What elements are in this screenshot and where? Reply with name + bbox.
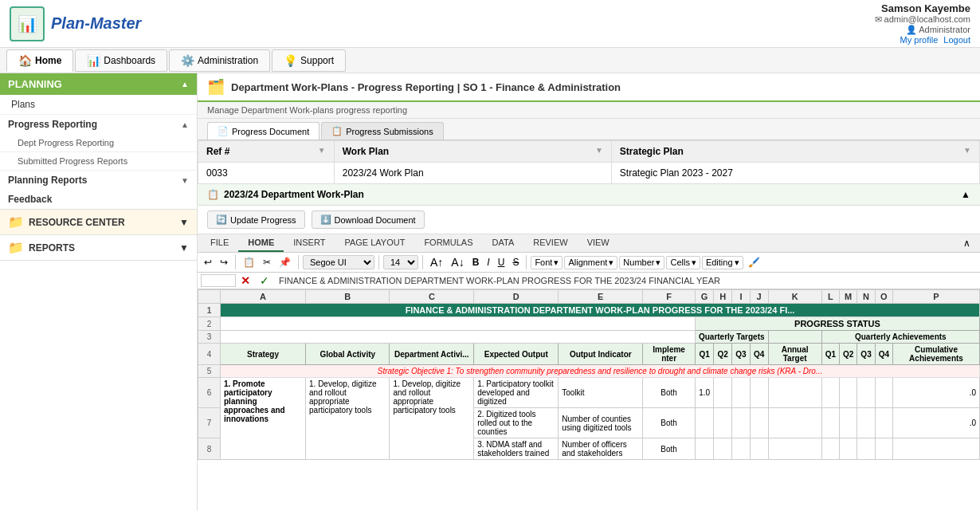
font-selector[interactable]: Segoe UI <box>303 255 374 269</box>
header-global-activity[interactable]: Global Activity <box>306 344 390 365</box>
filter-arrow-ref[interactable]: ▼ <box>318 146 326 155</box>
col-b[interactable]: B <box>306 290 390 304</box>
header-aq1[interactable]: Q1 <box>821 344 839 365</box>
tab-administration[interactable]: ⚙️ Administration <box>169 49 270 72</box>
menu-insert[interactable]: INSERT <box>284 234 335 252</box>
header-cumulative[interactable]: Cumulative Achievements <box>893 344 980 365</box>
shrink-font-button[interactable]: A↓ <box>448 254 467 270</box>
cell-quarterly-targets[interactable]: Quarterly Targets <box>695 331 768 344</box>
cell-6-q1[interactable]: 1.0 <box>695 378 713 408</box>
cell-6-aq3[interactable] <box>857 378 875 408</box>
cell-reference-input[interactable] <box>201 274 236 287</box>
cell-3a[interactable] <box>221 331 696 344</box>
font-size-selector[interactable]: 14 <box>383 255 418 269</box>
sidebar-item-plans[interactable]: Plans <box>0 95 197 115</box>
col-m[interactable]: M <box>840 290 857 304</box>
cell-7-q1[interactable] <box>695 408 713 438</box>
cell-title[interactable]: FINANCE & ADMINISTRATION DEPARTMENT WORK… <box>221 304 980 317</box>
header-q4[interactable]: Q4 <box>750 344 768 365</box>
cell-6-aq2[interactable] <box>840 378 857 408</box>
cell-quarterly-achievements[interactable]: Quarterly Achievements <box>821 331 979 344</box>
cell-8-aq1[interactable] <box>821 438 839 460</box>
col-c[interactable]: C <box>390 290 474 304</box>
menu-file[interactable]: FILE <box>201 234 238 252</box>
cell-6-q4[interactable] <box>750 378 768 408</box>
col-e[interactable]: E <box>559 290 643 304</box>
cut-button[interactable]: ✂ <box>260 255 274 269</box>
font-dropdown[interactable]: Font ▾ <box>531 256 563 269</box>
cell-8-implementer[interactable]: Both <box>643 438 696 460</box>
tab-progress-document[interactable]: 📄 Progress Document <box>207 122 319 140</box>
tab-support[interactable]: 💡 Support <box>272 49 346 72</box>
col-n[interactable]: N <box>857 290 875 304</box>
tab-progress-submissions[interactable]: 📋 Progress Submissions <box>321 122 443 140</box>
cell-7-aq3[interactable] <box>857 408 875 438</box>
header-dept-activity[interactable]: Department Activi... <box>390 344 474 365</box>
cell-8-aq2[interactable] <box>840 438 857 460</box>
cell-8-aq4[interactable] <box>875 438 892 460</box>
sidebar-resource-center[interactable]: 📁 RESOURCE CENTER ▼ <box>0 209 197 235</box>
undo-button[interactable]: ↩ <box>201 255 215 269</box>
cell-6-q2[interactable] <box>714 378 732 408</box>
cell-8-aq3[interactable] <box>857 438 875 460</box>
cell-8-q1[interactable] <box>695 438 713 460</box>
col-o[interactable]: O <box>875 290 892 304</box>
col-i[interactable]: I <box>732 290 751 304</box>
cell-6-q3[interactable] <box>732 378 751 408</box>
cell-7-cumulative[interactable]: .0 <box>893 408 980 438</box>
filter-arrow-strategic[interactable]: ▼ <box>963 146 971 155</box>
editing-dropdown[interactable]: Editing ▾ <box>702 256 743 269</box>
cell-6-strategy[interactable]: 1. Promote participatory planning approa… <box>221 378 306 460</box>
cell-7-implementer[interactable]: Both <box>643 408 696 438</box>
my-profile-link[interactable]: My profile <box>900 35 939 45</box>
header-aq3[interactable]: Q3 <box>857 344 875 365</box>
sidebar-item-submitted-progress[interactable]: Submitted Progress Reports <box>0 152 197 171</box>
cell-3k[interactable] <box>768 331 821 344</box>
header-implementer[interactable]: Impleme nter <box>643 344 696 365</box>
cell-7-output[interactable]: 2. Digitized tools rolled out to the cou… <box>474 408 559 438</box>
tab-home[interactable]: 🏠 Home <box>6 49 73 72</box>
cell-7-aq2[interactable] <box>840 408 857 438</box>
cell-2a[interactable] <box>221 317 696 331</box>
redo-button[interactable]: ↪ <box>217 255 231 269</box>
cell-7-aq1[interactable] <box>821 408 839 438</box>
cell-7-annual[interactable] <box>768 408 821 438</box>
cell-progress-status[interactable]: PROGRESS STATUS <box>695 317 979 331</box>
menu-page-layout[interactable]: PAGE LAYOUT <box>335 234 414 252</box>
header-aq4[interactable]: Q4 <box>875 344 892 365</box>
formula-cancel-button[interactable]: ✕ <box>236 274 255 287</box>
sidebar-progress-reporting[interactable]: Progress Reporting ▲ <box>0 115 197 134</box>
col-j[interactable]: J <box>750 290 768 304</box>
underline-button[interactable]: U <box>495 255 508 269</box>
cell-8-q3[interactable] <box>732 438 751 460</box>
sidebar-reports[interactable]: 📁 REPORTS ▼ <box>0 235 197 261</box>
cell-6-dept[interactable]: 1. Develop, digitize and rollout appropr… <box>390 378 474 460</box>
copy-button[interactable]: 📋 <box>240 255 258 269</box>
cell-7-indicator[interactable]: Number of counties using digitized tools <box>559 408 643 438</box>
cell-8-cumulative[interactable] <box>893 438 980 460</box>
cell-7-q2[interactable] <box>714 408 732 438</box>
cell-6-cumulative[interactable]: .0 <box>893 378 980 408</box>
cell-8-q2[interactable] <box>714 438 732 460</box>
tab-dashboards[interactable]: 📊 Dashboards <box>75 49 167 72</box>
header-strategy[interactable]: Strategy <box>221 344 306 365</box>
bold-button[interactable]: B <box>469 255 483 269</box>
cell-7-q4[interactable] <box>750 408 768 438</box>
cell-6-aq1[interactable] <box>821 378 839 408</box>
format-painter-button[interactable]: 🖌️ <box>745 255 763 269</box>
header-expected-output[interactable]: Expected Output <box>474 344 559 365</box>
cell-6-implementer[interactable]: Both <box>643 378 696 408</box>
paste-button[interactable]: 📌 <box>276 255 294 269</box>
header-q1[interactable]: Q1 <box>695 344 713 365</box>
number-dropdown[interactable]: Number ▾ <box>619 256 664 269</box>
header-annual-target[interactable]: Annual Target <box>768 344 821 365</box>
logout-link[interactable]: Logout <box>943 35 970 45</box>
update-progress-button[interactable]: 🔄 Update Progress <box>207 210 305 229</box>
col-f[interactable]: F <box>643 290 696 304</box>
cells-dropdown[interactable]: Cells ▾ <box>666 256 700 269</box>
cell-7-aq4[interactable] <box>875 408 892 438</box>
menu-home[interactable]: HOME <box>238 234 284 252</box>
cell-8-indicator[interactable]: Number of officers and stakeholders <box>559 438 643 460</box>
menu-formulas[interactable]: FORMULAS <box>414 234 482 252</box>
sidebar-item-dept-progress[interactable]: Dept Progress Reporting <box>0 134 197 152</box>
